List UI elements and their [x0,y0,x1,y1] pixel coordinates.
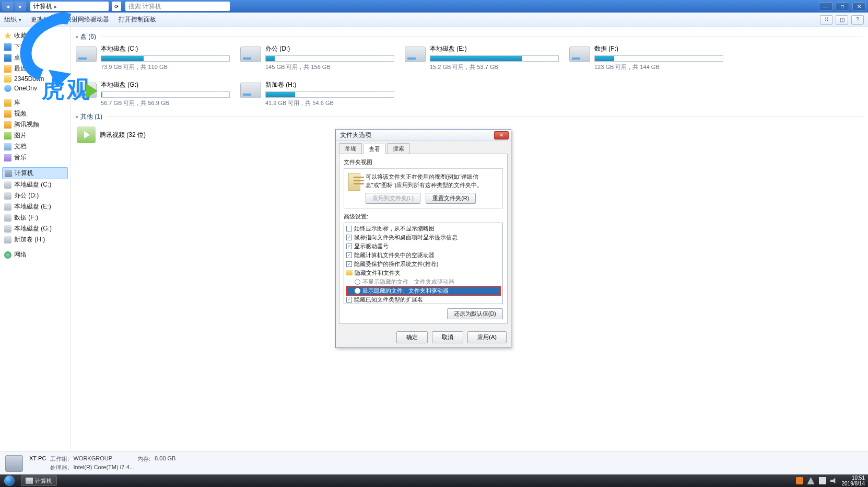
drive-item[interactable]: 新加卷 (H:) 41.9 GB 可用，共 54.6 GB [240,80,394,107]
details-name: XT-PC [29,455,46,463]
drive-name: 新加卷 (H:) [265,80,394,89]
drive-usage-bar [101,55,230,62]
drive-space-text: 145 GB 可用，共 156 GB [265,63,394,71]
sidebar-drive-g[interactable]: 本地磁盘 (G:) [2,223,68,234]
apply-button[interactable]: 应用(A) [467,331,507,343]
window-close-button[interactable]: ✕ [852,2,866,10]
document-icon [4,143,11,150]
sidebar-recent[interactable]: 最近 [2,63,68,74]
advanced-option[interactable]: 不显示隐藏的文件、文件夹或驱动器 [346,277,500,286]
drive-space-text: 15.2 GB 可用，共 53.7 GB [430,63,559,71]
drive-icon [240,83,261,98]
tray-volume-icon[interactable] [830,477,838,484]
group-header-other-label: 其他 (1) [80,112,102,121]
group-header-drives-label: 盘 (6) [80,32,96,41]
view-options-button[interactable]: ⠿ [820,15,832,25]
group-header-other[interactable]: ▾ 其他 (1) [76,112,863,121]
maximize-button[interactable]: □ [836,2,849,10]
advanced-option[interactable]: ✓隐藏计算机文件夹中的空驱动器 [346,251,500,260]
dialog-close-button[interactable]: ✕ [494,131,509,140]
tray-action-center-icon[interactable] [819,477,826,484]
tray-overflow-icon[interactable] [807,477,815,484]
computer-icon [5,170,12,177]
restore-defaults-button[interactable]: 还原为默认值(D) [447,308,503,319]
advanced-option[interactable]: ✓鼠标指向文件夹和桌面项时显示提示信息 [346,233,500,242]
sidebar-documents[interactable]: 文档 [2,141,68,152]
open-control-panel-button[interactable]: 打开控制面板 [119,15,156,24]
sidebar-computer[interactable]: 计算机 [2,167,68,179]
sidebar-tencent-video[interactable]: 腾讯视频 [2,119,68,130]
advanced-option[interactable]: 显示隐藏的文件、文件夹和驱动器 [346,286,500,295]
group-header-drives[interactable]: ▾ 盘 (6) [76,32,863,41]
command-toolbar: 组织 更改程序 映射网络驱动器 打开控制面板 ⠿ ◫ ? [0,13,868,27]
tab-search[interactable]: 搜索 [387,143,410,154]
drive-name: 本地磁盘 (C:) [101,44,230,53]
advanced-settings-list[interactable]: 始终显示图标，从不显示缩略图✓鼠标指向文件夹和桌面项时显示提示信息✓显示驱动器号… [344,223,503,304]
drive-item[interactable]: 办公 (D:) 145 GB 可用，共 156 GB [240,44,394,71]
change-program-button[interactable]: 更改程序 [31,15,56,24]
sidebar-libraries[interactable]: 库 [2,97,68,108]
sidebar-videos[interactable]: 视频 [2,108,68,119]
tray-ime-icon[interactable] [796,477,803,484]
sidebar-drive-d[interactable]: 办公 (D:) [2,190,68,201]
radio-icon [355,279,360,285]
sidebar-onedrive[interactable]: OneDriv [2,84,68,93]
sidebar-desktop[interactable]: 桌面 [2,52,68,63]
sidebar-2345[interactable]: 2345Down [2,74,68,84]
organize-menu[interactable]: 组织 [4,15,21,24]
sidebar-drive-f[interactable]: 数据 (F:) [2,212,68,223]
sidebar-music[interactable]: 音乐 [2,152,68,163]
advanced-option[interactable]: 隐藏文件和文件夹 [346,269,500,277]
advanced-option[interactable]: ✓隐藏受保护的操作系统文件(推荐) [346,260,500,269]
music-icon [4,154,11,161]
sidebar-favorites[interactable]: 收藏 [2,30,68,41]
drive-item[interactable]: 本地磁盘 (C:) 73.9 GB 可用，共 110 GB [76,44,230,71]
tab-general[interactable]: 常规 [339,143,362,154]
drive-space-text: 123 GB 可用，共 144 GB [594,63,723,71]
drive-icon [4,236,11,243]
sidebar-network[interactable]: 网络 [2,249,68,260]
address-bar[interactable]: 计算机 ▸ [30,2,109,11]
nav-back-button[interactable]: ◄ [2,2,14,11]
tray-clock[interactable]: 10:51 2019/8/14 [842,476,865,486]
details-workgroup: WORKGROUP [73,455,112,463]
refresh-button[interactable]: ⟳ [112,2,121,11]
preview-pane-button[interactable]: ◫ [836,15,848,25]
sidebar-pictures[interactable]: 图片 [2,130,68,141]
sidebar-drive-e[interactable]: 本地磁盘 (E:) [2,201,68,212]
drive-usage-bar [594,55,723,62]
advanced-option[interactable]: ✓显示驱动器号 [346,242,500,251]
sidebar-drive-c[interactable]: 本地磁盘 (C:) [2,179,68,190]
apply-to-folders-button[interactable]: 应用到文件夹(L) [366,193,420,204]
advanced-option[interactable]: 始终显示图标，从不显示缩略图 [346,224,500,233]
nav-forward-button[interactable]: ► [15,2,26,11]
details-cpu: Intel(R) Core(TM) i7-4... [73,464,134,472]
cancel-button[interactable]: 取消 [432,331,463,343]
search-placeholder: 搜索 计算机 [128,2,161,11]
picture-icon [4,132,11,140]
drive-item[interactable]: 本地磁盘 (E:) 15.2 GB 可用，共 53.7 GB [405,44,559,71]
advanced-option[interactable]: ✓隐藏已知文件类型的扩展名 [346,295,500,304]
drive-space-text: 73.9 GB 可用，共 110 GB [101,63,230,71]
minimize-button[interactable]: — [819,2,832,10]
drive-item[interactable]: 本地磁盘 (G:) 56.7 GB 可用，共 56.9 GB [76,80,230,107]
help-button[interactable]: ? [851,15,864,25]
ok-button[interactable]: 确定 [396,331,428,343]
drive-item[interactable]: 数据 (F:) 123 GB 可用，共 144 GB [569,44,723,71]
reset-folders-button[interactable]: 重置文件夹(R) [426,193,476,204]
search-box[interactable]: 搜索 计算机 [125,2,230,11]
tab-view[interactable]: 查看 [363,144,386,154]
drive-icon [569,47,590,62]
sidebar-downloads[interactable]: 下载 [2,41,68,52]
map-network-drive-button[interactable]: 映射网络驱动器 [65,15,109,24]
start-button[interactable] [0,474,19,487]
sidebar-drive-h[interactable]: 新加卷 (H:) [2,234,68,245]
taskbar-item-explorer[interactable]: 计算机 [21,476,57,486]
option-label: 鼠标指向文件夹和桌面项时显示提示信息 [354,234,458,241]
collapse-icon: ▾ [76,114,78,120]
option-label: 显示驱动器号 [354,242,389,250]
checkbox-icon: ✓ [346,243,352,249]
drive-icon [4,181,11,189]
libraries-icon [4,99,11,107]
drive-icon [76,83,97,98]
